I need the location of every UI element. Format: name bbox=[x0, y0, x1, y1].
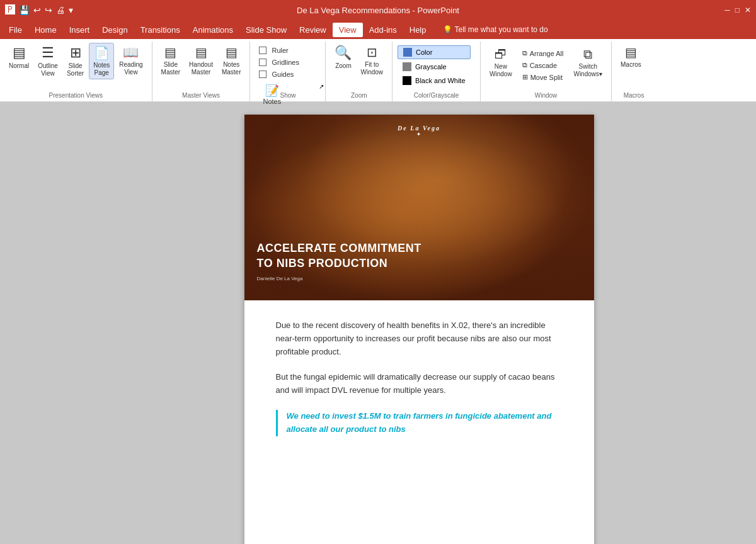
notes-page-icon: 📄 bbox=[94, 45, 110, 60]
move-split-icon: ⊞ bbox=[522, 73, 528, 81]
tell-me[interactable]: 💡 Tell me what you want to do bbox=[443, 25, 548, 34]
powerpoint-icon: 🅿 bbox=[5, 4, 15, 16]
menu-slideshow[interactable]: Slide Show bbox=[239, 23, 293, 37]
menu-help[interactable]: Help bbox=[403, 23, 433, 37]
normal-view-icon: ▤ bbox=[13, 45, 26, 61]
arrange-all-icon: ⧉ bbox=[522, 49, 527, 57]
ruler-checkbox-label[interactable]: Ruler bbox=[255, 45, 302, 55]
close-icon[interactable]: ✕ bbox=[745, 6, 751, 14]
menu-file[interactable]: File bbox=[3, 23, 28, 37]
show-label: Show bbox=[250, 92, 325, 99]
gridlines-checkbox-label[interactable]: Gridlines bbox=[255, 57, 302, 67]
menu-animations[interactable]: Animations bbox=[186, 23, 239, 37]
window-controls: ─ □ ✕ bbox=[724, 6, 751, 14]
slide-thumbnail[interactable]: De La Vega ✦ ACCELERATE COMMITMENTTO NIB… bbox=[244, 115, 594, 300]
customize-icon[interactable]: ▾ bbox=[69, 5, 73, 15]
btn-zoom[interactable]: 🔍 Zoom bbox=[331, 43, 355, 72]
handout-master-icon: ▤ bbox=[195, 45, 207, 60]
color-swatch-blue bbox=[403, 48, 412, 57]
new-window-icon: 🗗 bbox=[495, 47, 507, 62]
slide-area: De La Vega ✦ ACCELERATE COMMITMENTTO NIB… bbox=[205, 102, 633, 544]
notes-page: De La Vega ✦ ACCELERATE COMMITMENTTO NIB… bbox=[244, 115, 594, 544]
menu-design[interactable]: Design bbox=[96, 23, 134, 37]
gridlines-checkbox[interactable] bbox=[259, 59, 266, 66]
show-options: Ruler Gridlines Guides bbox=[255, 43, 302, 79]
ruler-checkbox[interactable] bbox=[259, 47, 266, 54]
btn-black-white[interactable]: Black and White bbox=[398, 74, 470, 87]
slide-sorter-icon: ⊞ bbox=[70, 45, 81, 61]
btn-switch-windows[interactable]: ⧉ SwitchWindows▾ bbox=[570, 45, 606, 80]
menu-home[interactable]: Home bbox=[28, 23, 63, 37]
btn-notes-page[interactable]: 📄 NotesPage bbox=[89, 43, 114, 79]
master-views-label: Master Views bbox=[152, 92, 250, 99]
ribbon-group-macros: ▤ Macros Macros bbox=[612, 42, 656, 101]
lightbulb-icon: 💡 bbox=[443, 25, 452, 34]
notes-content[interactable]: Due to the recent discovery of health be… bbox=[244, 300, 594, 544]
notes-paragraph-2: But the fungal epidemic will dramaticall… bbox=[276, 371, 563, 397]
btn-handout-master[interactable]: ▤ HandoutMaster bbox=[185, 43, 217, 78]
switch-windows-icon: ⧉ bbox=[583, 47, 592, 62]
show-expand-icon[interactable]: ↗ bbox=[319, 83, 324, 90]
btn-reading-view[interactable]: 📖 ReadingView bbox=[115, 43, 146, 78]
menu-bar: File Home Insert Design Transitions Anim… bbox=[0, 20, 756, 39]
window-small-buttons: ⧉ Arrange All ⧉ Cascade ⊞ Move Split bbox=[518, 45, 568, 82]
zoom-icon: 🔍 bbox=[335, 45, 352, 61]
btn-move-split[interactable]: ⊞ Move Split bbox=[518, 72, 568, 82]
menu-view[interactable]: View bbox=[333, 23, 363, 37]
notes-paragraph-1: Due to the recent discovery of health be… bbox=[276, 319, 563, 358]
ribbon-group-color-grayscale: Color Grayscale Black and White Color/Gr… bbox=[392, 42, 481, 101]
notes-master-icon: ▤ bbox=[226, 45, 238, 60]
guides-checkbox-label[interactable]: Guides bbox=[255, 69, 302, 79]
btn-notes-master[interactable]: ▤ NotesMaster bbox=[218, 43, 245, 78]
ribbon-group-show: Ruler Gridlines Guides 📝 Notes Show ↗ bbox=[250, 42, 326, 101]
btn-slide-sorter[interactable]: ⊞ SlideSorter bbox=[63, 43, 88, 79]
btn-slide-master[interactable]: ▤ SlideMaster bbox=[158, 43, 185, 78]
cascade-icon: ⧉ bbox=[522, 61, 527, 69]
menu-insert[interactable]: Insert bbox=[63, 23, 96, 37]
right-panel bbox=[633, 102, 756, 544]
undo-icon[interactable]: ↩ bbox=[33, 5, 41, 15]
presentation-views-label: Presentation Views bbox=[0, 92, 152, 99]
color-swatch-gray bbox=[403, 62, 411, 71]
btn-color[interactable]: Color bbox=[398, 45, 470, 59]
slide-image-background: De La Vega ✦ ACCELERATE COMMITMENTTO NIB… bbox=[244, 115, 594, 300]
menu-addins[interactable]: Add-ins bbox=[363, 23, 403, 37]
reading-view-icon: 📖 bbox=[123, 45, 139, 60]
notes-highlight-block: We need to invest $1.5M to train farmers… bbox=[276, 410, 563, 436]
save-icon[interactable]: 💾 bbox=[19, 5, 30, 15]
redo-icon[interactable]: ↪ bbox=[45, 5, 52, 15]
macros-label: Macros bbox=[612, 92, 656, 99]
maximize-icon[interactable]: □ bbox=[735, 6, 740, 14]
btn-cascade[interactable]: ⧉ Cascade bbox=[518, 60, 568, 71]
slide-headline: ACCELERATE COMMITMENTTO NIBS PRODUCTION bbox=[257, 241, 421, 271]
slide-master-icon: ▤ bbox=[164, 45, 176, 60]
guides-checkbox[interactable] bbox=[259, 71, 266, 78]
btn-arrange-all[interactable]: ⧉ Arrange All bbox=[518, 48, 568, 59]
btn-fit-to-window[interactable]: ⊡ Fit toWindow bbox=[357, 43, 387, 78]
slide-text-area: ACCELERATE COMMITMENTTO NIBS PRODUCTION … bbox=[257, 241, 421, 281]
title-bar-left: 🅿 💾 ↩ ↪ 🖨 ▾ bbox=[5, 4, 73, 16]
color-swatch-black bbox=[403, 76, 411, 85]
menu-review[interactable]: Review bbox=[293, 23, 333, 37]
slide-subtitle: Danielle De La Vega bbox=[257, 276, 421, 281]
notes-highlight-text: We need to invest $1.5M to train farmers… bbox=[287, 410, 563, 436]
app-title: De La Vega Recommendations - PowerPoint bbox=[297, 6, 459, 15]
slide-logo: De La Vega ✦ bbox=[398, 125, 440, 137]
minimize-icon[interactable]: ─ bbox=[724, 6, 730, 14]
ribbon-group-master-views: ▤ SlideMaster ▤ HandoutMaster ▤ NotesMas… bbox=[152, 42, 251, 101]
btn-macros[interactable]: ▤ Macros bbox=[617, 43, 645, 71]
macros-icon: ▤ bbox=[625, 45, 637, 60]
btn-grayscale[interactable]: Grayscale bbox=[398, 60, 470, 73]
btn-normal[interactable]: ▤ Normal bbox=[5, 43, 33, 72]
zoom-label: Zoom bbox=[326, 92, 392, 99]
btn-outline-view[interactable]: ☰ OutlineView bbox=[34, 43, 62, 79]
fit-to-window-icon: ⊡ bbox=[367, 45, 377, 60]
menu-transitions[interactable]: Transitions bbox=[134, 23, 186, 37]
ribbon-group-presentation-views: ▤ Normal ☰ OutlineView ⊞ SlideSorter 📄 N… bbox=[0, 42, 152, 101]
color-grayscale-label: Color/Grayscale bbox=[392, 92, 480, 99]
title-bar: 🅿 💾 ↩ ↪ 🖨 ▾ De La Vega Recommendations -… bbox=[0, 0, 756, 20]
btn-new-window[interactable]: 🗗 NewWindow bbox=[486, 45, 516, 80]
print-icon[interactable]: 🖨 bbox=[56, 5, 65, 15]
window-label: Window bbox=[481, 92, 611, 99]
ribbon: ▤ Normal ☰ OutlineView ⊞ SlideSorter 📄 N… bbox=[0, 39, 756, 102]
